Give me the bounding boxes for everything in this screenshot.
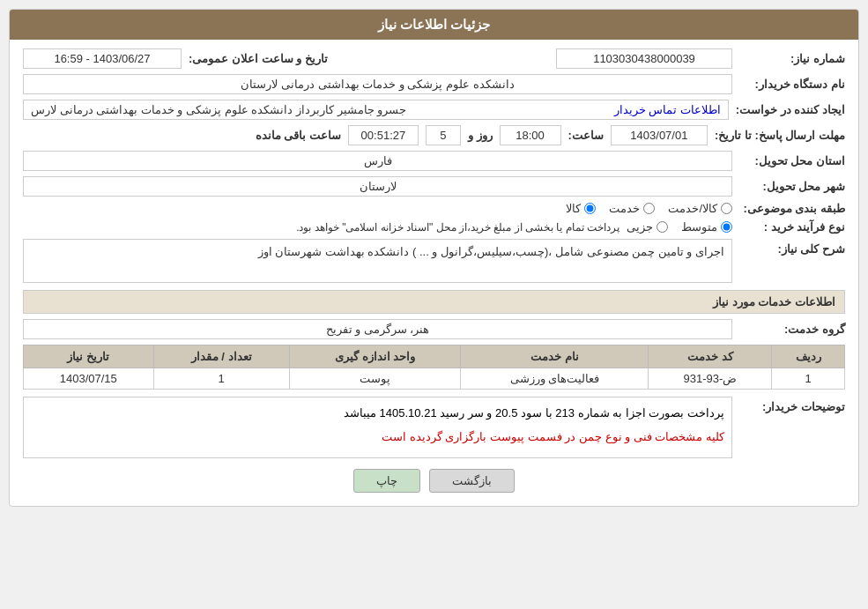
col-row: ردیف [772,345,845,368]
deadline-remaining: 00:51:27 [348,125,419,145]
col-unit: واحد اندازه گیری [289,345,460,368]
page-header: جزئیات اطلاعات نیاز [10,10,858,40]
buyer-notes-link[interactable]: کلیه مشخصات فنی و نوع چمن در فسمت پیوست … [382,430,724,443]
category-option-khedmat[interactable]: خدمت [609,202,655,215]
service-group-label: گروه خدمت: [739,323,845,336]
deadline-days-label: روز و [468,129,493,142]
col-code: کد خدمت [649,345,772,368]
cell-date: 1403/07/15 [24,368,154,390]
process-note: پرداخت تمام یا بخشی از مبلغ خرید،از محل … [296,221,619,234]
announcement-date-label: تاریخ و ساعت اعلان عمومی: [189,52,328,65]
deadline-time: 18:00 [500,125,561,145]
back-button[interactable]: بازگشت [429,469,515,493]
header-title: جزئیات اطلاعات نیاز [378,17,490,32]
cell-row: 1 [772,368,845,390]
province-value: فارس [23,151,732,171]
city-value: لارستان [23,176,732,197]
deadline-label: مهلت ارسال پاسخ: تا تاریخ: [715,129,845,142]
buyer-notes-line2: کلیه مشخصات فنی و نوع چمن در فسمت پیوست … [31,427,724,447]
process-radio-group: متوسط جزیی [627,220,732,234]
buyer-org-value: دانشکده علوم پزشکی و خدمات بهداشتی درمان… [23,74,732,94]
col-date: تاریخ نیاز [24,345,154,368]
city-label: شهر محل تحویل: [739,180,845,193]
deadline-remaining-label: ساعت باقی مانده [256,129,341,142]
buyer-notes-line1: پرداخت بصورت اجزا به شماره 213 با سود 20… [31,403,724,423]
buttons-row: بازگشت چاپ [23,469,845,493]
process-type-label: نوع فرآیند خرید : [739,220,845,234]
table-row: 1 ض-93-931 فعالیت‌های ورزشی پوست 1 1403/… [24,368,845,390]
category-option-kala-khedmat[interactable]: کالا/خدمت [668,202,732,215]
creator-label: ایجاد کننده در خواست: [736,103,845,116]
buyer-org-label: نام دستگاه خریدار: [739,78,845,91]
creator-value: جسرو جامشیر کاربرداز دانشکده علوم پزشکی … [31,103,406,116]
col-name: نام خدمت [461,345,649,368]
need-number-value: 1103030438000039 [556,48,732,69]
description-label: شرح کلی نیاز: [739,239,845,256]
service-group-value: هنر، سرگرمی و تفریح [23,319,732,339]
need-number-label: شماره نیاز: [739,52,845,65]
print-button[interactable]: چاپ [353,469,420,493]
deadline-days: 5 [426,125,461,145]
description-value: اجرای و تامین چمن مصنوعی شامل ،(چسب،سیلی… [23,239,732,283]
col-qty: تعداد / مقدار [153,345,289,368]
cell-name: فعالیت‌های ورزشی [461,368,649,390]
category-option-kala[interactable]: کالا [566,202,596,215]
cell-code: ض-93-931 [649,368,772,390]
category-label: طبقه بندی موضوعی: [739,202,845,215]
deadline-time-label: ساعت: [568,129,604,142]
province-label: استان محل تحویل: [739,154,845,167]
service-info-header: اطلاعات خدمات مورد نیاز [23,290,845,314]
process-option-medium[interactable]: متوسط [681,220,732,234]
buyer-notes: پرداخت بصورت اجزا به شماره 213 با سود 20… [23,397,732,458]
deadline-date: 1403/07/01 [611,125,708,145]
creator-contact-link[interactable]: اطلاعات تماس خریدار [614,103,721,116]
process-option-partial[interactable]: جزیی [627,220,668,234]
announcement-date-value: 1403/06/27 - 16:59 [23,48,182,69]
category-radio-group: کالا/خدمت خدمت کالا [566,202,732,215]
cell-unit: پوست [289,368,460,390]
cell-qty: 1 [153,368,289,390]
service-table: ردیف کد خدمت نام خدمت واحد اندازه گیری ت… [23,345,845,390]
buyer-notes-label: توضیحات خریدار: [739,397,845,413]
